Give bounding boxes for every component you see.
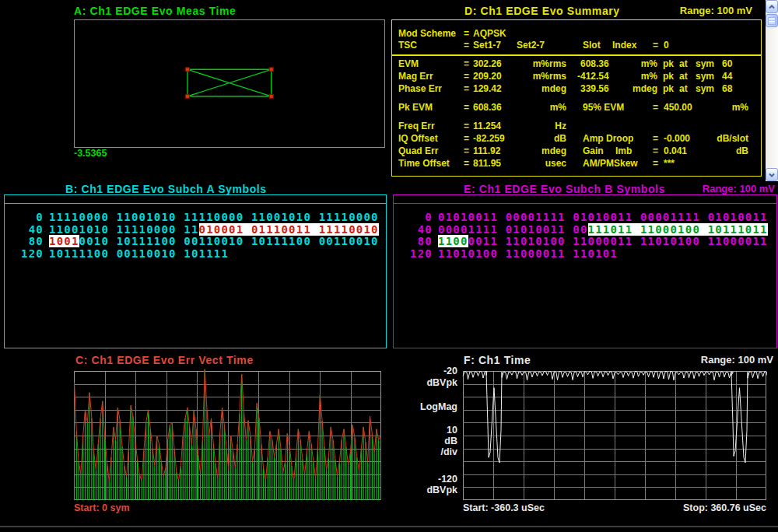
symbol-table-a: 011110000 11001010 11110000 11001010 111… [4, 194, 387, 348]
panel-f-ytop-unit: dBVpk [426, 377, 457, 388]
panel-f-start-label: Start: -360.3 uSec [463, 502, 545, 513]
symbol-highlight: 1100 [438, 235, 468, 247]
summary-cell: m% [392, 102, 748, 113]
symbol-row-bits: 11110000 11001010 11110000 11001010 1111… [49, 211, 379, 223]
summary-cell: *** [664, 158, 675, 169]
summary-cell: dB/slot [392, 133, 748, 144]
symbol-row-index: 120 [394, 247, 433, 260]
symbol-highlight: 010001 01110011 11110010 [199, 223, 379, 236]
symbol-highlight: 1001 [49, 235, 79, 247]
summary-cell: Hz [392, 121, 566, 131]
vsa-screen: A: Ch1 EDGE Evo Meas Time Range: 100 mV … [0, 0, 778, 532]
symbol-row: 12011010100 11000011 110101 [394, 247, 776, 259]
scrollbar-track[interactable] [766, 13, 778, 168]
symbol-row-bits: 11000011 11010100 11000011 11010100 1100… [438, 235, 768, 247]
summary-cell: sym [696, 71, 714, 82]
symbol-row: 011110000 11001010 11110000 11001010 111… [5, 211, 386, 222]
panel-a-meas-time[interactable]: A: Ch1 EDGE Evo Meas Time Range: 100 mV … [0, 0, 389, 180]
summary-cell: pk [663, 83, 674, 94]
symbol-row-index: 40 [394, 223, 433, 236]
chevron-down-icon [769, 173, 775, 177]
scrollbar-thumb[interactable] [766, 14, 778, 27]
symbol-row-index: 120 [5, 247, 44, 260]
symbol-row-index: 0 [394, 211, 433, 223]
summary-cell: usec [392, 158, 566, 169]
symbol-row-bits: 00001111 01010011 00111011 11000100 1011… [438, 223, 768, 236]
panel-f-format-label: LogMag [420, 401, 457, 412]
panel-d-summary[interactable]: D: Ch1 EDGE Evo Summary Range: 100 mV Mo… [389, 0, 766, 180]
symbol-row-bits: 11001010 11110000 11010001 01110011 1111… [49, 223, 379, 236]
summary-cell: dB [392, 145, 748, 156]
symbol-row-index: 80 [394, 235, 433, 247]
symbol-row: 001010011 00001111 01010011 00001111 010… [394, 211, 776, 222]
panel-e-subch-b-symbols[interactable]: E: Ch1 EDGE Evo Subch B Symbols Range: 1… [389, 180, 778, 350]
symbol-row: 4000001111 01010011 00111011 11000100 10… [394, 223, 776, 235]
panel-f-stop-label: Stop: 360.76 uSec [683, 502, 766, 513]
summary-cell: 68 [722, 83, 732, 94]
constellation-plot-area[interactable] [74, 19, 385, 148]
symbol-row-index: 0 [5, 211, 44, 223]
summary-cell: m% [392, 58, 657, 69]
symbol-row-bits: 01010011 00001111 01010011 00001111 0101… [438, 211, 768, 223]
summary-cell: 60 [722, 58, 732, 69]
constellation-chart [75, 20, 384, 147]
err-vect-chart [74, 371, 381, 500]
summary-cell: sym [696, 58, 714, 69]
summary-cell: = [653, 40, 658, 51]
summary-cell: at [679, 71, 688, 82]
summary-cell: AM/PMSkew [583, 158, 638, 169]
panel-f-scale-label: 10 [447, 425, 457, 436]
symbol-row-index: 80 [5, 235, 44, 247]
panel-f-ytop-label: -20 [443, 366, 457, 376]
symbol-table-b-header-line [394, 203, 776, 204]
err-vect-plot-area[interactable] [74, 371, 381, 500]
symbol-row: 8011000011 11010100 11000011 11010100 11… [394, 235, 776, 247]
panel-b-subch-a-symbols[interactable]: B: Ch1 EDGE Evo Subch A Symbols Range: 1… [0, 180, 389, 350]
scrollbar[interactable] [766, 0, 778, 181]
panel-a-title: A: Ch1 EDGE Evo Meas Time [74, 5, 236, 17]
panel-f-scale-div: /div [440, 446, 457, 457]
summary-cell: sym [696, 83, 714, 94]
summary-cell: = [464, 40, 469, 51]
panel-f-ch1-time[interactable]: F: Ch1 Time Range: 100 mV -20 dBVpk LogM… [389, 350, 778, 526]
summary-separator [392, 54, 761, 56]
summary-box: Mod Scheme=AQPSKTSC=Set1-7Set2-7SlotInde… [391, 19, 762, 177]
summary-cell: m% [392, 71, 657, 82]
symbol-row-bits: 11010100 11000011 110101 [438, 247, 618, 260]
panel-f-scale-unit: dB [444, 436, 457, 446]
summary-cell: = [464, 28, 469, 39]
thumb-grip-icon [768, 17, 776, 25]
summary-cell: at [679, 83, 688, 94]
panel-f-ybottom-unit: dBVpk [426, 485, 457, 495]
ch1-time-plot-area[interactable] [463, 371, 766, 500]
summary-cell: Set1-7 [473, 40, 501, 51]
panel-b-title: B: Ch1 EDGE Evo Subch A Symbols [65, 183, 267, 195]
window-bottom-edge [0, 526, 778, 527]
panel-d-title: D: Ch1 EDGE Evo Summary [464, 5, 620, 17]
symbol-row: 4011001010 11110000 11010001 01110011 11… [5, 223, 386, 235]
constellation-point [269, 68, 273, 72]
panel-c-title: C: Ch1 EDGE Evo Err Vect Time [75, 354, 254, 366]
symbol-highlight: 111011 11000100 10111011 [588, 223, 768, 236]
summary-cell: pk [663, 71, 674, 82]
constellation-point [185, 94, 189, 98]
summary-cell: Mod Scheme [398, 28, 456, 39]
symbol-table-b: 001010011 00001111 01010011 00001111 010… [393, 194, 777, 348]
panel-c-start-label: Start: 0 sym [74, 502, 130, 513]
panel-c-err-vect-time[interactable]: C: Ch1 EDGE Evo Err Vect Time Range: 100… [0, 350, 389, 526]
summary-cell: Index [612, 40, 636, 51]
panel-f-title: F: Ch1 Time [464, 354, 531, 366]
panel-f-range: Range: 100 mV [701, 354, 773, 366]
symbol-row-index: 40 [5, 223, 44, 236]
ch1-time-chart [463, 371, 766, 500]
constellation-point [185, 68, 189, 72]
summary-cell: mdeg [392, 83, 657, 94]
panel-e-range: Range: 100 mV [703, 183, 775, 194]
panel-f-ybottom-label: -120 [438, 474, 457, 485]
summary-cell: TSC [398, 40, 417, 51]
summary-cell: = [653, 158, 658, 169]
symbol-row-bits: 10111100 00110010 101111 [49, 247, 229, 260]
summary-cell: AQPSK [473, 28, 506, 39]
scroll-up-button[interactable] [766, 0, 778, 13]
scroll-down-button[interactable] [766, 168, 778, 181]
